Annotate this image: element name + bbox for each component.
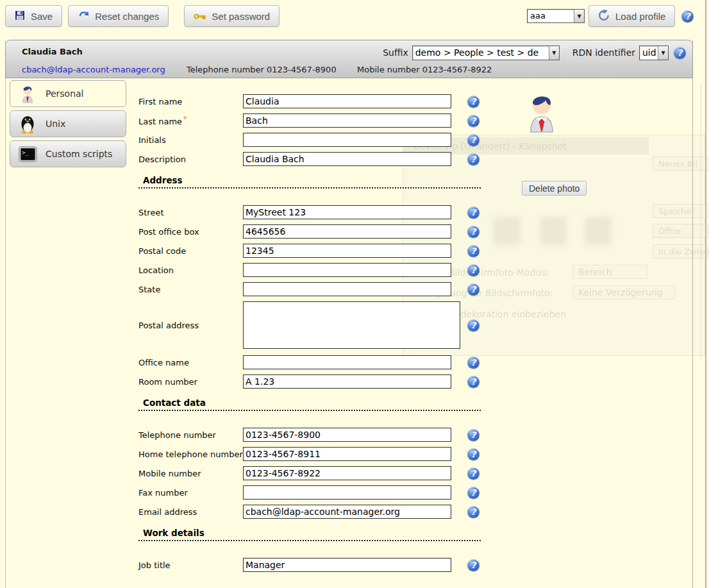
reload-circle-icon: [598, 10, 610, 23]
undo-arrow-icon: [78, 10, 89, 22]
post-office-box-help-icon[interactable]: ?: [467, 226, 480, 238]
postal-address-label: Postal address: [138, 321, 243, 330]
form-row-office-name: Office name?: [138, 355, 481, 369]
form-row-mobile-number: Mobile number?: [138, 466, 481, 480]
office-name-input[interactable]: [243, 355, 451, 369]
office-name-help-icon[interactable]: ?: [467, 357, 480, 369]
email-address-input[interactable]: [243, 505, 451, 519]
form-row-postal-address: Postal address?: [138, 301, 481, 349]
key-icon: [194, 11, 206, 22]
svg-text:>_: >_: [22, 149, 29, 155]
first-name-input[interactable]: [243, 94, 451, 108]
ghost-window-border: [701, 83, 701, 359]
tab-custom-scripts[interactable]: >_ Custom scripts: [10, 140, 126, 167]
form-row-job-title: Job title?: [138, 558, 481, 572]
first-name-label: First name: [138, 97, 243, 106]
save-button[interactable]: Save: [5, 5, 62, 27]
state-label: State: [138, 285, 243, 294]
postal-address-help-icon[interactable]: ?: [467, 319, 480, 332]
room-number-help-icon[interactable]: ?: [467, 376, 480, 388]
mobile-number-input[interactable]: [243, 466, 451, 480]
fax-number-label: Fax number: [138, 488, 243, 498]
rdn-help-icon[interactable]: ?: [674, 47, 686, 59]
last-name-label: Last name*: [138, 115, 243, 126]
fax-number-help-icon[interactable]: ?: [467, 487, 480, 499]
last-name-input[interactable]: [243, 113, 451, 128]
rdn-identifier-select[interactable]: uid ▼: [639, 46, 669, 60]
tab-personal[interactable]: Personal: [10, 80, 126, 107]
location-help-icon[interactable]: ?: [467, 264, 480, 276]
form-row-postal-code: Postal code?: [138, 244, 481, 258]
personal-form: First name?Last name*?Initials?Descripti…: [138, 78, 481, 577]
toolbar: Save Reset changes Set password aaa ▼ Lo…: [0, 0, 709, 36]
room-number-label: Room number: [138, 377, 243, 387]
initials-label: Initials: [138, 135, 243, 145]
floppy-disk-icon: [15, 10, 25, 22]
home-telephone-number-help-icon[interactable]: ?: [467, 448, 480, 460]
account-subheader: cbach@ldap-account-manager.org Telephone…: [6, 62, 692, 78]
job-title-input[interactable]: [243, 558, 451, 572]
section-header-work-details: Work details: [138, 528, 481, 541]
postal-code-input[interactable]: [243, 244, 451, 258]
initials-help-icon[interactable]: ?: [467, 134, 480, 146]
load-profile-button[interactable]: Load profile: [588, 5, 675, 27]
location-input[interactable]: [243, 263, 451, 277]
form-row-first-name: First name?: [138, 94, 481, 108]
tab-personal-label: Personal: [46, 88, 84, 99]
email-link[interactable]: cbach@ldap-account-manager.org: [22, 65, 165, 74]
user-photo: [527, 92, 556, 135]
fax-number-input[interactable]: [243, 485, 451, 500]
form-row-description: Description?: [138, 152, 481, 166]
state-help-icon[interactable]: ?: [467, 283, 480, 296]
reset-changes-button[interactable]: Reset changes: [68, 5, 169, 27]
office-name-label: Office name: [138, 358, 243, 367]
section-header-contact-data: Contact data: [138, 398, 481, 411]
state-input[interactable]: [243, 282, 451, 296]
telephone-number-input[interactable]: [243, 428, 451, 442]
mobile-number-help-icon[interactable]: ?: [467, 467, 480, 480]
toolbar-help-icon[interactable]: ?: [681, 10, 694, 22]
form-row-home-telephone-number: Home telephone number?: [138, 447, 481, 461]
form-row-fax-number: Fax number?: [138, 485, 481, 500]
chevron-down-icon: ▼: [574, 10, 584, 22]
suffix-select[interactable]: demo > People > test > de ▼: [412, 46, 560, 60]
room-number-input[interactable]: [243, 374, 451, 389]
street-label: Street: [138, 208, 243, 217]
module-tabs: Personal Unix >_ Custom scripts: [10, 80, 128, 171]
postal-address-input[interactable]: [243, 301, 460, 349]
form-row-email-address: Email address?: [138, 505, 481, 519]
suffix-label: Suffix: [383, 47, 408, 58]
form-row-state: State?: [138, 282, 481, 296]
post-office-box-label: Post office box: [138, 227, 243, 237]
form-row-location: Location?: [138, 263, 481, 277]
first-name-help-icon[interactable]: ?: [467, 96, 480, 108]
mobile-number-label: Mobile number: [138, 469, 243, 478]
post-office-box-input[interactable]: [243, 224, 451, 239]
location-label: Location: [138, 265, 243, 275]
description-label: Description: [138, 155, 243, 164]
form-row-last-name: Last name*?: [138, 113, 481, 128]
description-input[interactable]: [243, 152, 451, 166]
set-password-button[interactable]: Set password: [184, 5, 279, 27]
home-telephone-number-input[interactable]: [243, 447, 451, 461]
job-title-help-icon[interactable]: ?: [467, 559, 480, 571]
initials-input[interactable]: [243, 133, 451, 147]
delete-photo-button[interactable]: Delete photo: [522, 181, 587, 196]
postal-code-help-icon[interactable]: ?: [467, 245, 480, 257]
profile-select[interactable]: aaa ▼: [527, 9, 585, 23]
account-editor: Claudia Bach Suffix demo > People > test…: [5, 40, 693, 588]
home-telephone-number-label: Home telephone number: [138, 449, 243, 459]
telephone-number-help-icon[interactable]: ?: [467, 429, 480, 441]
description-help-icon[interactable]: ?: [467, 153, 480, 165]
header-phone-text: Telephone number 0123-4567-8900: [187, 65, 337, 74]
telephone-number-label: Telephone number: [138, 430, 243, 440]
tab-unix[interactable]: Unix: [10, 110, 126, 137]
last-name-help-icon[interactable]: ?: [467, 115, 480, 127]
street-help-icon[interactable]: ?: [467, 206, 480, 219]
chevron-down-icon: ▼: [549, 46, 559, 60]
street-input[interactable]: [243, 205, 451, 219]
required-asterisk: *: [183, 115, 187, 123]
form-row-telephone-number: Telephone number?: [138, 428, 481, 442]
email-address-help-icon[interactable]: ?: [467, 506, 480, 518]
person-icon: [17, 83, 38, 104]
